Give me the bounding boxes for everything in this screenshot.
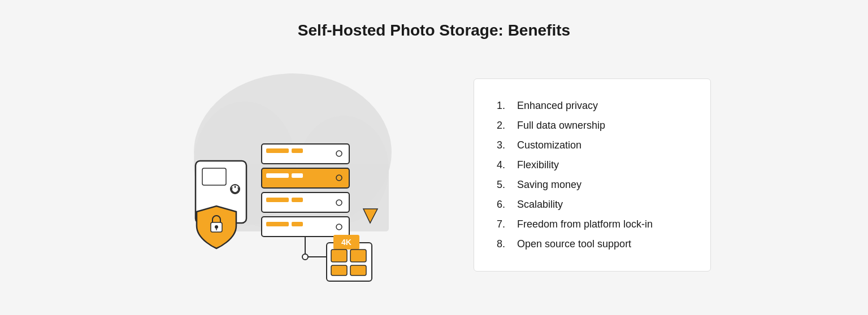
svg-rect-5: [266, 148, 289, 153]
benefit-item-4: 4.Flexibility: [497, 155, 688, 175]
benefit-item-2: 2.Full data ownership: [497, 116, 688, 135]
benefit-text-3: Customization: [517, 139, 581, 151]
benefit-item-1: 1.Enhanced privacy: [497, 96, 688, 116]
svg-rect-26: [331, 250, 347, 262]
svg-rect-29: [350, 265, 366, 275]
svg-rect-17: [266, 222, 289, 226]
page-container: Self-Hosted Photo Storage: Benefits: [95, 21, 773, 294]
illustration-area: 4K: [157, 56, 451, 294]
benefit-item-6: 6.Scalability: [497, 195, 688, 215]
benefit-text-5: Saving money: [517, 179, 581, 191]
benefit-number-3: 3.: [497, 139, 513, 151]
benefit-item-3: 3.Customization: [497, 135, 688, 155]
benefit-item-5: 5.Saving money: [497, 175, 688, 195]
svg-rect-9: [266, 173, 289, 178]
benefit-text-7: Freedom from platform lock-in: [517, 218, 653, 230]
benefit-text-2: Full data ownership: [517, 120, 605, 132]
svg-point-22: [302, 254, 308, 260]
content-area: 4K: [95, 56, 773, 294]
benefit-text-8: Open source tool support: [517, 238, 631, 250]
svg-rect-28: [331, 265, 347, 275]
benefits-card: 1.Enhanced privacy2.Full data ownership3…: [474, 78, 711, 272]
benefit-number-6: 6.: [497, 199, 513, 211]
benefit-number-5: 5.: [497, 179, 513, 191]
svg-rect-18: [292, 222, 303, 226]
benefit-number-8: 8.: [497, 238, 513, 250]
benefits-list: 1.Enhanced privacy2.Full data ownership3…: [497, 96, 688, 254]
benefit-number-2: 2.: [497, 120, 513, 132]
svg-rect-32: [202, 168, 226, 185]
page-title: Self-Hosted Photo Storage: Benefits: [298, 21, 570, 40]
svg-rect-10: [292, 173, 303, 178]
main-illustration: 4K: [157, 56, 451, 294]
benefit-number-4: 4.: [497, 159, 513, 171]
benefit-item-7: 7.Freedom from platform lock-in: [497, 215, 688, 234]
benefit-item-8: 8.Open source tool support: [497, 234, 688, 254]
benefit-text-1: Enhanced privacy: [517, 100, 598, 112]
svg-rect-14: [292, 198, 303, 202]
svg-rect-27: [350, 250, 366, 262]
benefit-text-6: Scalability: [517, 199, 563, 211]
benefit-text-4: Flexibility: [517, 159, 559, 171]
benefit-number-7: 7.: [497, 218, 513, 230]
svg-rect-13: [266, 198, 289, 202]
benefit-number-1: 1.: [497, 100, 513, 112]
svg-text:4K: 4K: [341, 238, 351, 247]
svg-rect-6: [292, 148, 303, 153]
